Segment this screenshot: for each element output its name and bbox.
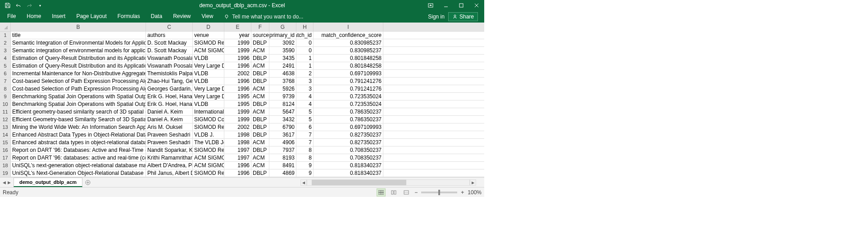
cell[interactable]: 9739 [269, 93, 296, 100]
cell[interactable]: DBLP [251, 131, 269, 138]
cell[interactable]: year [224, 32, 251, 39]
cell[interactable]: Incremental Maintenance for Non-Distribu… [11, 70, 146, 77]
cell[interactable]: 0.801848258 [314, 62, 383, 69]
cell[interactable]: Cost-based Selection of Path Expression … [11, 85, 146, 92]
tab-insert[interactable]: Insert [46, 11, 71, 22]
minimize-icon[interactable] [438, 0, 454, 11]
cell[interactable]: 3617 [269, 131, 296, 138]
cell[interactable]: 0.723535024 [314, 101, 383, 108]
zoom-thumb[interactable] [438, 190, 440, 195]
cell[interactable]: ACM [251, 154, 269, 161]
cell[interactable]: Benchmarking Spatial Join Operations wit… [11, 93, 146, 100]
row-header[interactable]: 14 [0, 131, 11, 138]
tab-prev-icon[interactable]: ◀ [3, 180, 6, 185]
undo-icon[interactable] [14, 0, 23, 10]
cell[interactable]: Efficient Geometry-based Similarity Sear… [11, 116, 146, 123]
cell[interactable]: 1996 [224, 169, 251, 177]
scroll-track[interactable] [307, 179, 470, 186]
scroll-right-icon[interactable]: ▶ [470, 179, 476, 186]
cell[interactable]: 0.791241276 [314, 78, 383, 85]
cell[interactable]: Praveen Seshadri [146, 139, 193, 146]
cell[interactable]: Enhanced Abstract Data Types in Object-R… [11, 131, 146, 138]
tab-review[interactable]: Review [168, 11, 196, 22]
qat-customize-icon[interactable]: ▾ [35, 0, 45, 10]
cell[interactable]: DBLP [251, 78, 269, 85]
cell[interactable]: 7937 [269, 146, 296, 154]
cell[interactable]: 0.827350237 [314, 131, 383, 138]
cell[interactable]: 3590 [269, 47, 296, 54]
cell[interactable]: 2002 [224, 70, 251, 77]
add-sheet-button[interactable] [82, 178, 93, 187]
cell[interactable]: 4 [296, 101, 314, 108]
sign-in-link[interactable]: Sign in [428, 14, 445, 20]
row-header[interactable]: 18 [0, 162, 11, 169]
cell[interactable]: 5 [296, 116, 314, 123]
cell[interactable]: ACM SIGMOD Recor [193, 47, 224, 54]
row-header[interactable]: 12 [0, 116, 11, 123]
cell[interactable]: 8491 [269, 162, 296, 169]
cell[interactable]: 4 [296, 93, 314, 100]
view-normal-icon[interactable] [377, 188, 386, 196]
cell[interactable]: 0.723535024 [314, 93, 383, 100]
redo-icon[interactable] [24, 0, 34, 10]
cell[interactable]: 0.827350237 [314, 139, 383, 146]
cell[interactable]: 1999 [224, 108, 251, 115]
cell[interactable]: 7 [296, 139, 314, 146]
cell[interactable]: VLDB [193, 70, 224, 77]
cell[interactable]: The VLDB Journal & [193, 139, 224, 146]
cell[interactable]: DBLP [251, 116, 269, 123]
cell[interactable]: Very Large Data Bas [193, 62, 224, 69]
cell[interactable]: Viswanath Poosala, Yannis E. I [146, 62, 193, 69]
zoom-level[interactable]: 100% [468, 189, 482, 196]
row-header[interactable]: 13 [0, 123, 11, 131]
cell[interactable]: DBLP [251, 123, 269, 131]
cell[interactable]: 4638 [269, 70, 296, 77]
cell[interactable]: Daniel A. Keim [146, 108, 193, 115]
row-header[interactable]: 19 [0, 169, 11, 177]
cell[interactable]: 7 [296, 131, 314, 138]
row-header[interactable]: 4 [0, 55, 11, 62]
cell[interactable]: 6 [296, 123, 314, 131]
col-header[interactable]: E [224, 23, 251, 31]
share-button[interactable]: Share [448, 12, 478, 21]
row-header[interactable]: 7 [0, 78, 11, 85]
cell[interactable]: Very Large Data Bas [193, 93, 224, 100]
row-header[interactable]: 1 [0, 32, 11, 39]
ribbon-options-icon[interactable] [423, 0, 438, 11]
cell[interactable]: ACM [251, 47, 269, 54]
cell[interactable]: match_confidence_score [314, 32, 383, 39]
spreadsheet-grid[interactable]: 1titleauthorsvenueyearsourceprimary_idma… [0, 32, 484, 177]
cell[interactable]: Praveen Seshadri [146, 131, 193, 138]
cell[interactable]: Estimation of Query-Result Distribution … [11, 62, 146, 69]
cell[interactable]: 1998 [224, 139, 251, 146]
horizontal-scrollbar[interactable]: ◀ ▶ [300, 179, 476, 186]
cell[interactable]: 0.801848258 [314, 55, 383, 62]
cell[interactable]: source [251, 32, 269, 39]
cell[interactable]: Benchmarking Spatial Join Operations wit… [11, 101, 146, 108]
cell[interactable]: 1996 [224, 85, 251, 92]
row-header[interactable]: 16 [0, 146, 11, 154]
cell[interactable]: 5 [296, 108, 314, 115]
cell[interactable]: 1996 [224, 62, 251, 69]
cell[interactable]: D. Scott Mackay [146, 39, 193, 46]
cell[interactable]: 1 [296, 62, 314, 69]
cell[interactable]: DBLP [251, 70, 269, 77]
cell[interactable]: 2002 [224, 123, 251, 131]
cell[interactable]: 1999 [224, 116, 251, 123]
cell[interactable]: primary_id [269, 32, 296, 39]
col-header[interactable]: B [11, 23, 146, 31]
cell[interactable]: 8193 [269, 154, 296, 161]
save-icon[interactable] [3, 0, 13, 10]
tab-data[interactable]: Data [145, 11, 168, 22]
cell[interactable]: 1997 [224, 146, 251, 154]
cell[interactable]: Enhanced abstract data types in object-r… [11, 139, 146, 146]
row-header[interactable]: 9 [0, 93, 11, 100]
cell[interactable]: 1997 [224, 154, 251, 161]
sheet-tab-active[interactable]: demo_output_dblp_acm [14, 178, 82, 187]
cell[interactable]: Report on DART '96: Databases: Active an… [11, 146, 146, 154]
cell[interactable]: 0.697109993 [314, 70, 383, 77]
cell[interactable]: Albert D'Andrea, Phil Janus [146, 162, 193, 169]
cell[interactable]: ACM [251, 139, 269, 146]
cell[interactable]: Erik G. Hoel, Hanan Samet [146, 101, 193, 108]
cell[interactable]: 9 [296, 169, 314, 177]
